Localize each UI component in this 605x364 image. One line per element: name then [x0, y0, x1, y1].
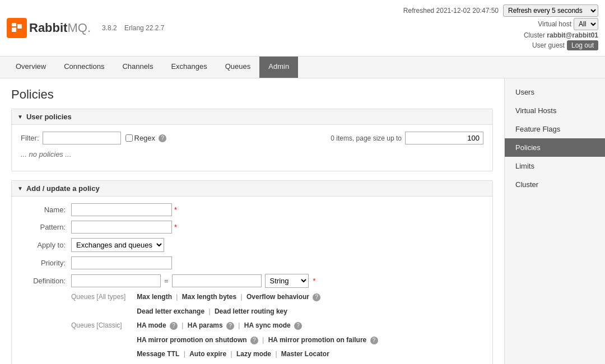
user-policies-header[interactable]: ▼ User policies [12, 109, 492, 125]
queues-classic-row-1: Queues [Classic] HA mode ? | HA params ?… [71, 320, 483, 332]
tag-ha-sync-mode[interactable]: HA sync mode [244, 321, 291, 329]
apply-to-label: Apply to: [21, 241, 66, 249]
name-input[interactable] [71, 203, 172, 216]
ha-shutdown-help[interactable]: ? [250, 337, 258, 344]
page-info-text: 0 items, page size up to [331, 134, 402, 142]
user-row: User guest Log out [532, 40, 598, 50]
logo: RabbitMQ. [7, 18, 91, 38]
tags-area: Queues [All types] Max length | Max leng… [71, 291, 483, 364]
user-value: guest [548, 41, 565, 49]
sidebar-item-users[interactable]: Users [505, 83, 605, 101]
pattern-row: Pattern: * [21, 221, 483, 234]
page-info: 0 items, page size up to [331, 132, 483, 144]
sidebar-item-limits[interactable]: Limits [505, 157, 605, 175]
vhost-label: Virtual host [538, 20, 571, 28]
logout-button[interactable]: Log out [567, 40, 598, 50]
header: RabbitMQ. 3.8.2 Erlang 22.2.7 Refreshed … [0, 0, 605, 57]
svg-rect-2 [12, 23, 16, 26]
erlang-version: Erlang 22.2.7 [124, 24, 164, 32]
logo-text: RabbitMQ. [29, 21, 91, 35]
tag-max-length-bytes[interactable]: Max length bytes [182, 293, 236, 301]
nav-channels[interactable]: Channels [113, 57, 162, 78]
name-row: Name: * [21, 203, 483, 216]
ha-failure-help[interactable]: ? [370, 337, 378, 344]
vhost-row: Virtual host All / [538, 18, 598, 30]
tag-dead-letter-exchange[interactable]: Dead letter exchange [137, 307, 204, 315]
svg-rect-0 [12, 27, 16, 32]
filter-label: Filter: [21, 134, 39, 142]
filter-input[interactable] [43, 132, 121, 144]
sidebar-item-cluster[interactable]: Cluster [505, 175, 605, 194]
nav-exchanges[interactable]: Exchanges [162, 57, 216, 78]
logo-icon [7, 18, 27, 38]
refreshed-text: Refreshed 2021-12-02 20:47:50 [403, 7, 499, 15]
queues-classic-label: Queues [Classic] [71, 320, 133, 332]
tag-master-locator[interactable]: Master Locator [281, 350, 329, 358]
apply-to-row: Apply to: Exchanges and queues Exchanges… [21, 238, 483, 252]
sidebar-item-policies[interactable]: Policies [505, 138, 605, 157]
ha-sync-help[interactable]: ? [294, 322, 302, 330]
refresh-select[interactable]: Refresh every 5 seconds Refresh every 10… [503, 4, 598, 17]
cluster-value: rabbit@rabbit01 [547, 31, 598, 39]
pattern-input[interactable] [71, 221, 172, 234]
page-title: Policies [11, 87, 493, 102]
add-policy-title: Add / update a policy [26, 184, 100, 193]
add-policy-header[interactable]: ▼ Add / update a policy [12, 181, 492, 197]
regex-checkbox[interactable] [125, 134, 133, 142]
regex-help-icon[interactable]: ? [159, 134, 166, 142]
cluster-row: Cluster rabbit@rabbit01 [524, 31, 598, 39]
sidebar-item-virtual-hosts[interactable]: Virtual Hosts [505, 101, 605, 120]
ha-mode-help[interactable]: ? [170, 322, 178, 330]
refresh-row: Refreshed 2021-12-02 20:47:50 Refresh ev… [403, 4, 598, 17]
def-eq-sign: = [164, 277, 169, 285]
user-policies-title: User policies [26, 113, 72, 121]
queues-classic-row-2: HA mirror promotion on shutdown ? | HA m… [71, 334, 483, 347]
vhost-select[interactable]: All / [574, 18, 598, 30]
overflow-help-icon[interactable]: ? [313, 293, 320, 301]
tag-ha-mode[interactable]: HA mode [137, 321, 166, 329]
definition-key-input[interactable] [71, 274, 161, 287]
definition-type-select[interactable]: String Number Boolean List [265, 274, 309, 288]
definition-required: * [313, 277, 316, 285]
queues-all-row-2: Dead letter exchange | Dead letter routi… [71, 306, 483, 318]
top-right-info: Refreshed 2021-12-02 20:47:50 Refresh ev… [403, 4, 598, 52]
nav-admin[interactable]: Admin [259, 57, 298, 78]
nav-overview[interactable]: Overview [7, 57, 55, 78]
user-policies-body: Filter: Regex ? 0 items, page size up to… [12, 125, 492, 171]
tag-auto-expire[interactable]: Auto expire [189, 350, 226, 358]
tag-ha-params[interactable]: HA params [188, 321, 223, 329]
tag-dead-letter-routing-key[interactable]: Dead letter routing key [215, 307, 287, 315]
definition-val-input[interactable] [172, 274, 262, 287]
tag-ha-promotion-shutdown[interactable]: HA mirror promotion on shutdown [137, 336, 246, 344]
queues-classic-row-3: Message TTL | Auto expire | Lazy mode | … [71, 348, 483, 361]
tag-overflow-behaviour[interactable]: Overflow behaviour [246, 293, 309, 301]
content-area: Policies ▼ User policies Filter: Regex ?… [0, 78, 504, 364]
priority-input[interactable] [71, 256, 172, 269]
regex-label: Regex [134, 134, 156, 142]
name-label: Name: [21, 206, 66, 214]
add-toggle-icon: ▼ [17, 185, 23, 192]
toggle-icon: ▼ [17, 114, 23, 120]
no-policies-text: ... no policies ... [21, 150, 483, 158]
sidebar-item-feature-flags[interactable]: Feature Flags [505, 120, 605, 138]
definition-row: Definition: = String Number Boolean List… [21, 274, 483, 288]
page-size-input[interactable] [405, 132, 483, 144]
version-info: 3.8.2 Erlang 22.2.7 [102, 24, 170, 32]
nav-queues[interactable]: Queues [216, 57, 260, 78]
tag-max-length[interactable]: Max length [137, 293, 172, 301]
definition-label: Definition: [21, 277, 66, 285]
tag-ha-promotion-failure[interactable]: HA mirror promotion on failure [268, 336, 367, 344]
main-layout: Policies ▼ User policies Filter: Regex ?… [0, 78, 605, 364]
queues-all-row-1: Queues [All types] Max length | Max leng… [71, 291, 483, 304]
user-label: User [532, 41, 548, 49]
apply-to-select[interactable]: Exchanges and queues Exchanges Queues [71, 238, 164, 252]
add-policy-section: ▼ Add / update a policy Name: * Pattern:… [11, 180, 493, 364]
ha-params-help[interactable]: ? [226, 322, 234, 330]
nav-connections[interactable]: Connections [55, 57, 113, 78]
svg-rect-1 [17, 24, 22, 29]
tag-lazy-mode[interactable]: Lazy mode [236, 350, 271, 358]
tag-message-ttl[interactable]: Message TTL [137, 350, 179, 358]
version-number: 3.8.2 [102, 24, 117, 32]
add-policy-body: Name: * Pattern: * Apply to: Exchanges a… [12, 197, 492, 364]
user-policies-section: ▼ User policies Filter: Regex ? 0 items,… [11, 109, 493, 171]
